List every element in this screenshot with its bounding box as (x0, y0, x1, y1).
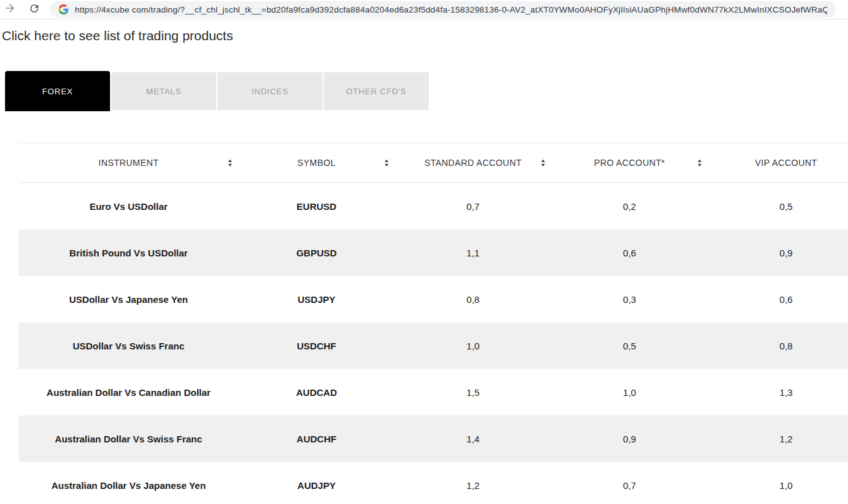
symbol-cell: AUDCAD (238, 369, 395, 415)
standard-spread-cell: 1,2 (395, 462, 551, 504)
column-label: PRO ACCOUNT* (594, 158, 665, 168)
forward-button[interactable] (2, 1, 18, 18)
standard-spread-cell: 0,7 (395, 183, 551, 229)
pro-spread-cell: 0,9 (551, 415, 708, 462)
tab-other-cfds[interactable]: OTHER CFD'S (324, 72, 429, 110)
standard-spread-cell: 0,8 (395, 276, 551, 322)
table-row: Euro Vs USDollarEURUSD0,70,20,5 (19, 183, 848, 229)
instrument-cell: Euro Vs USDollar (19, 183, 238, 229)
sort-icon[interactable] (385, 160, 388, 167)
vip-spread-cell: 1,2 (708, 415, 848, 462)
symbol-cell: AUDCHF (238, 415, 395, 462)
product-tabs: FOREX METALS INDICES OTHER CFD'S (5, 71, 429, 111)
standard-spread-cell: 1,0 (395, 322, 551, 369)
browser-toolbar: https://4xcube com/trading/?__cf_chl_jsc… (0, 0, 848, 19)
vip-spread-cell: 0,6 (708, 276, 848, 322)
pro-spread-cell: 0,2 (551, 183, 708, 229)
instrument-cell: USDollar Vs Japanese Yen (19, 276, 238, 322)
sort-icon[interactable] (228, 160, 232, 167)
reload-icon (28, 3, 40, 17)
url-text: https://4xcube com/trading/?__cf_chl_jsc… (75, 5, 827, 14)
tab-indices[interactable]: INDICES (218, 72, 322, 110)
sort-icon[interactable] (698, 160, 702, 167)
sort-icon[interactable] (541, 160, 545, 167)
table-row: Australian Dollar Vs Canadian DollarAUDC… (19, 369, 848, 415)
forward-arrow-icon (4, 2, 16, 17)
table-row: USDollar Vs Japanese YenUSDJPY0,80,30,6 (19, 276, 848, 322)
reload-button[interactable] (26, 1, 42, 18)
vip-spread-cell: 0,9 (708, 229, 848, 276)
pro-spread-cell: 0,6 (551, 229, 708, 276)
column-label: INSTRUMENT (99, 158, 159, 168)
table-row: Australian Dollar Vs Swiss FrancAUDCHF1,… (19, 415, 848, 462)
column-header-symbol[interactable]: SYMBOL (238, 143, 395, 182)
instrument-cell: Australian Dollar Vs Canadian Dollar (19, 369, 238, 415)
table-header: INSTRUMENT SYMBOL STANDARD ACCOUNT PRO A… (19, 143, 848, 183)
column-label: VIP ACCOUNT (755, 158, 817, 168)
address-bar[interactable]: https://4xcube com/trading/?__cf_chl_jsc… (50, 1, 836, 18)
instrument-cell: Australian Dollar Vs Japanese Yen (19, 462, 238, 504)
vip-spread-cell: 0,8 (708, 322, 848, 369)
pro-spread-cell: 0,5 (551, 322, 708, 369)
tab-metals[interactable]: METALS (111, 72, 216, 110)
symbol-cell: GBPUSD (238, 229, 395, 276)
column-header-vip-account[interactable]: VIP ACCOUNT (708, 143, 848, 182)
spreads-table: INSTRUMENT SYMBOL STANDARD ACCOUNT PRO A… (19, 143, 848, 504)
page-title[interactable]: Click here to see list of trading produc… (2, 26, 848, 45)
vip-spread-cell: 1,3 (708, 369, 848, 415)
table-row: British Pound Vs USDollarGBPUSD1,10,60,9 (19, 229, 848, 276)
symbol-cell: USDJPY (238, 276, 395, 322)
table-row: USDollar Vs Swiss FrancUSDCHF1,00,50,8 (19, 322, 848, 369)
column-header-pro-account[interactable]: PRO ACCOUNT* (551, 143, 708, 182)
vip-spread-cell: 1,0 (708, 462, 848, 504)
symbol-cell: USDCHF (238, 322, 395, 369)
instrument-cell: USDollar Vs Swiss Franc (19, 322, 238, 369)
column-header-instrument[interactable]: INSTRUMENT (19, 143, 238, 182)
standard-spread-cell: 1,5 (395, 369, 551, 415)
table-row: Australian Dollar Vs Japanese YenAUDJPY1… (19, 462, 848, 504)
google-g-icon (58, 4, 69, 14)
symbol-cell: AUDJPY (238, 462, 395, 504)
instrument-cell: British Pound Vs USDollar (19, 229, 238, 276)
column-label: SYMBOL (297, 158, 336, 168)
tab-forex[interactable]: FOREX (5, 71, 110, 111)
symbol-cell: EURUSD (238, 183, 395, 229)
pro-spread-cell: 0,7 (551, 462, 708, 504)
standard-spread-cell: 1,4 (395, 415, 551, 462)
column-header-standard-account[interactable]: STANDARD ACCOUNT (395, 143, 551, 182)
standard-spread-cell: 1,1 (395, 229, 551, 276)
table-body: Euro Vs USDollarEURUSD0,70,20,5British P… (19, 183, 848, 504)
pro-spread-cell: 1,0 (551, 369, 708, 415)
vip-spread-cell: 0,5 (708, 183, 848, 229)
pro-spread-cell: 0,3 (551, 276, 708, 322)
instrument-cell: Australian Dollar Vs Swiss Franc (19, 415, 238, 462)
column-label: STANDARD ACCOUNT (424, 158, 522, 168)
